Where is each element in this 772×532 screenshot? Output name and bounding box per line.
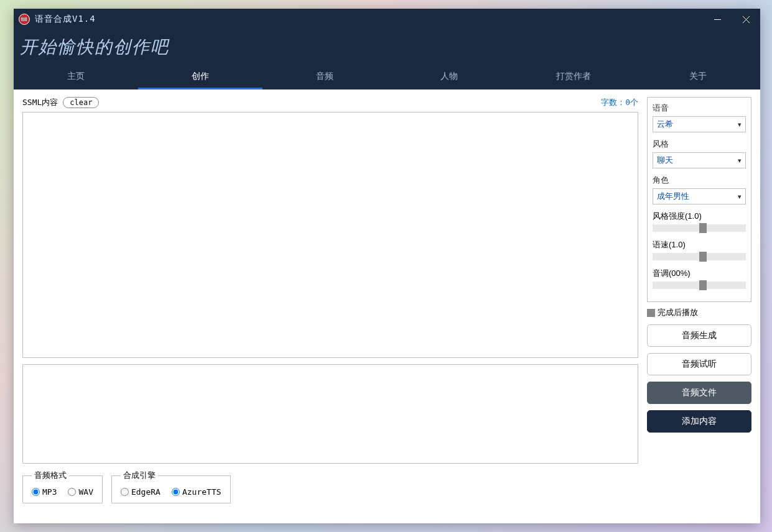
voice-label: 语音 [653,103,746,114]
tab-character[interactable]: 人物 [387,65,511,88]
engine-group: 合成引擎 EdgeRA AzureTTS [111,470,231,503]
ssml-label: SSML内容 [22,97,58,108]
rate-slider[interactable] [653,253,746,260]
output-area[interactable] [22,364,638,464]
chevron-down-icon: ▾ [738,121,742,129]
titlebar: 语音合成V1.4 [14,9,760,30]
close-button[interactable] [732,9,760,30]
tab-home[interactable]: 主页 [14,65,138,88]
audio-format-group: 音频格式 MP3 WAV [22,470,103,503]
pitch-label: 音调(00%) [653,268,746,279]
word-count: 字数：0个 [601,97,638,108]
bottom-groups: 音频格式 MP3 WAV 合成引擎 EdgeRA AzureTTS [22,470,638,503]
checkbox-icon [647,309,655,317]
rate-label: 语速(1.0) [653,239,746,250]
file-button[interactable]: 音频文件 [647,382,751,404]
radio-azuretts[interactable]: AzureTTS [172,487,221,497]
app-window: 语音合成V1.4 开始愉快的创作吧 主页 创作 音频 人物 打赏作者 关于 SS… [14,9,760,523]
tab-donate[interactable]: 打赏作者 [511,65,636,88]
chevron-down-icon: ▾ [738,193,742,201]
app-icon [19,14,30,25]
role-select[interactable]: 成年男性 ▾ [653,188,746,204]
audio-format-legend: 音频格式 [32,470,69,481]
window-title: 语音合成V1.4 [35,14,703,25]
tab-audio[interactable]: 音频 [263,65,387,88]
add-content-button[interactable]: 添加内容 [647,410,751,433]
ssml-header: SSML内容 clear 字数：0个 [22,97,638,108]
radio-edgera[interactable]: EdgeRA [121,487,160,497]
style-label: 风格 [653,139,746,150]
generate-button[interactable]: 音频生成 [647,324,751,347]
minimize-button[interactable] [703,9,732,30]
clear-button[interactable]: clear [63,97,99,108]
pitch-slider[interactable] [653,282,746,289]
preview-button[interactable]: 音频试听 [647,353,751,375]
content-area: SSML内容 clear 字数：0个 音频格式 MP3 WAV 合成引擎 Edg [14,89,760,523]
style-select[interactable]: 聊天 ▾ [653,152,746,168]
tab-about[interactable]: 关于 [636,65,760,88]
role-label: 角色 [653,175,746,186]
chevron-down-icon: ▾ [738,157,742,165]
ssml-input[interactable] [22,112,638,358]
radio-mp3[interactable]: MP3 [32,487,57,497]
left-column: SSML内容 clear 字数：0个 音频格式 MP3 WAV 合成引擎 Edg [22,97,638,516]
intensity-slider[interactable] [653,224,746,232]
banner-text: 开始愉快的创作吧 [14,30,760,65]
tab-create[interactable]: 创作 [138,65,263,88]
radio-wav[interactable]: WAV [68,487,93,497]
intensity-label: 风格强度(1.0) [653,211,746,222]
right-column: 语音 云希 ▾ 风格 聊天 ▾ 角色 成年男性 ▾ 风格强度(1.0) 语速(1… [647,97,751,516]
play-after-checkbox[interactable]: 完成后播放 [647,307,751,318]
engine-legend: 合成引擎 [121,470,158,481]
tab-bar: 主页 创作 音频 人物 打赏作者 关于 [14,65,760,89]
voice-panel: 语音 云希 ▾ 风格 聊天 ▾ 角色 成年男性 ▾ 风格强度(1.0) 语速(1… [647,97,751,302]
voice-select[interactable]: 云希 ▾ [653,116,746,132]
